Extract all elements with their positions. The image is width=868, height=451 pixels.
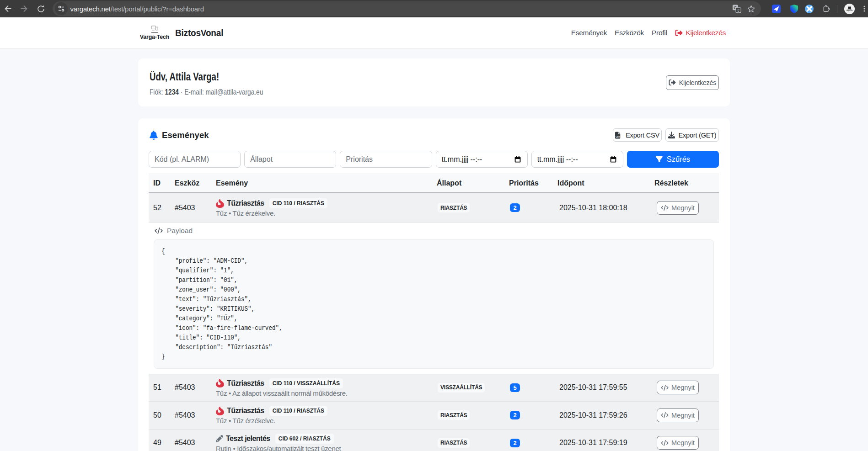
svg-text:CSV: CSV — [616, 135, 620, 138]
svg-text:文: 文 — [736, 8, 740, 12]
svg-text:Varga-Tech: Varga-Tech — [846, 9, 852, 11]
